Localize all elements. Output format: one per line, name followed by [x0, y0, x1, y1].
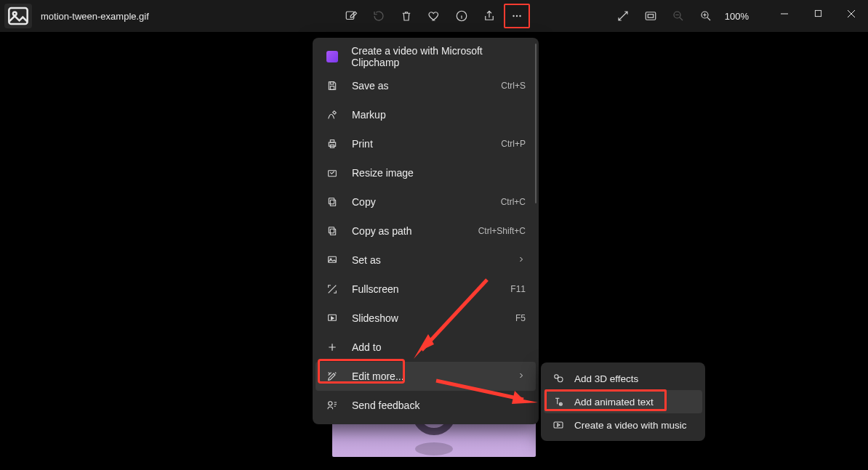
- svg-point-25: [329, 402, 332, 405]
- title-bar-right: 100%: [610, 0, 868, 32]
- submenu-animated-text[interactable]: Add animated text: [544, 390, 702, 413]
- svg-rect-0: [9, 8, 27, 24]
- menu-clipchamp[interactable]: Create a video with Microsoft Clipchamp: [316, 42, 536, 71]
- fullscreen-icon[interactable]: [610, 4, 636, 28]
- title-bar: motion-tween-example.gif 100%: [0, 0, 868, 32]
- submenu-item-label: Create a video with music: [574, 420, 687, 431]
- chevron-right-icon: [517, 254, 526, 266]
- svg-rect-12: [330, 82, 334, 84]
- svg-rect-29: [554, 422, 563, 428]
- menu-item-label: Add to: [352, 341, 381, 353]
- svg-rect-8: [648, 15, 654, 18]
- submenu-video-music[interactable]: Create a video with music: [544, 413, 702, 437]
- menu-markup[interactable]: Markup: [316, 100, 536, 129]
- svg-rect-11: [815, 10, 821, 16]
- menu-copy-path[interactable]: Copy as path Ctrl+Shift+C: [316, 216, 536, 246]
- animated-text-icon: [552, 396, 564, 408]
- menu-item-label: Edit more...: [352, 370, 404, 382]
- video-icon: [552, 419, 564, 431]
- menu-edit-more[interactable]: Edit more...: [316, 362, 536, 391]
- svg-point-26: [555, 375, 558, 378]
- menu-item-shortcut: F11: [510, 284, 526, 294]
- menu-slideshow[interactable]: Slideshow F5: [316, 304, 536, 333]
- setas-icon: [326, 254, 339, 266]
- svg-rect-20: [330, 229, 335, 235]
- svg-rect-18: [330, 200, 335, 206]
- more-options-icon[interactable]: [504, 4, 530, 28]
- feedback-icon: [326, 400, 339, 411]
- menu-item-label: Send feedback: [352, 400, 419, 411]
- maximize-button[interactable]: [801, 3, 835, 25]
- svg-point-6: [519, 15, 521, 17]
- menu-item-label: Fullscreen: [352, 283, 399, 295]
- zoom-controls: 100%: [610, 4, 753, 28]
- favorite-icon[interactable]: [421, 4, 447, 28]
- add-icon: [326, 341, 339, 353]
- menu-item-label: Resize image: [352, 167, 414, 179]
- menu-item-label: Markup: [352, 109, 386, 121]
- zoom-in-icon[interactable]: [693, 4, 719, 28]
- menu-item-label: Save as: [352, 80, 389, 92]
- menu-item-shortcut: Ctrl+Shift+C: [478, 226, 526, 236]
- rotate-icon: [366, 4, 392, 28]
- svg-rect-21: [329, 227, 334, 233]
- menu-item-label: Create a video with Microsoft Clipchamp: [351, 45, 526, 68]
- share-icon[interactable]: [476, 4, 502, 28]
- menu-copy[interactable]: Copy Ctrl+C: [316, 187, 536, 216]
- menu-item-label: Set as: [352, 254, 381, 266]
- menu-item-shortcut: Ctrl+C: [501, 197, 526, 207]
- fit-to-window-icon[interactable]: [638, 4, 664, 28]
- menu-print[interactable]: Print Ctrl+P: [316, 129, 536, 158]
- menu-resize[interactable]: Resize image: [316, 158, 536, 187]
- edit-more-submenu: Add 3D effects Add animated text Create …: [541, 362, 705, 441]
- zoom-level[interactable]: 100%: [720, 11, 753, 22]
- svg-point-4: [513, 15, 514, 17]
- menu-item-shortcut: Ctrl+P: [501, 139, 526, 149]
- window-controls: [768, 8, 868, 25]
- svg-rect-2: [346, 12, 354, 20]
- svg-rect-15: [330, 140, 334, 142]
- submenu-3d-effects[interactable]: Add 3D effects: [544, 367, 702, 390]
- edit-more-icon: [326, 370, 339, 382]
- markup-icon: [326, 109, 339, 121]
- menu-fullscreen[interactable]: Fullscreen F11: [316, 275, 536, 304]
- info-icon[interactable]: [449, 4, 475, 28]
- filename-label: motion-tween-example.gif: [41, 11, 149, 22]
- menu-item-shortcut: F5: [515, 313, 526, 323]
- print-icon: [326, 138, 339, 150]
- svg-point-27: [558, 377, 563, 382]
- close-button[interactable]: [835, 3, 868, 25]
- minimize-button[interactable]: [768, 3, 801, 25]
- more-options-menu: Create a video with Microsoft Clipchamp …: [313, 38, 539, 424]
- effects-icon: [552, 373, 564, 384]
- submenu-item-label: Add 3D effects: [574, 373, 638, 384]
- svg-rect-14: [329, 142, 335, 146]
- zoom-out-icon[interactable]: [665, 4, 691, 28]
- file-type-icon: [4, 4, 32, 28]
- menu-item-shortcut: Ctrl+S: [501, 81, 526, 91]
- save-icon: [326, 80, 339, 92]
- clipchamp-icon: [326, 51, 338, 62]
- svg-rect-19: [329, 198, 334, 204]
- svg-rect-7: [646, 12, 656, 20]
- menu-add-to[interactable]: Add to: [316, 333, 536, 362]
- slideshow-icon: [326, 312, 339, 324]
- svg-rect-22: [329, 256, 337, 262]
- toolbar-center: [338, 4, 530, 28]
- submenu-item-label: Add animated text: [574, 397, 654, 408]
- menu-item-label: Copy as path: [352, 225, 412, 237]
- fullscreen-menu-icon: [326, 283, 339, 295]
- menu-item-label: Copy: [352, 196, 376, 208]
- copy-path-icon: [326, 225, 339, 237]
- menu-item-label: Slideshow: [352, 312, 398, 324]
- copy-icon: [326, 196, 339, 208]
- svg-rect-13: [330, 86, 334, 90]
- delete-icon[interactable]: [393, 4, 419, 28]
- menu-save-as[interactable]: Save as Ctrl+S: [316, 71, 536, 100]
- resize-icon: [326, 167, 339, 179]
- menu-set-as[interactable]: Set as: [316, 246, 536, 275]
- chevron-right-icon: [517, 370, 526, 382]
- menu-feedback[interactable]: Send feedback: [316, 391, 536, 420]
- edit-icon[interactable]: [338, 4, 364, 28]
- svg-point-5: [516, 15, 518, 17]
